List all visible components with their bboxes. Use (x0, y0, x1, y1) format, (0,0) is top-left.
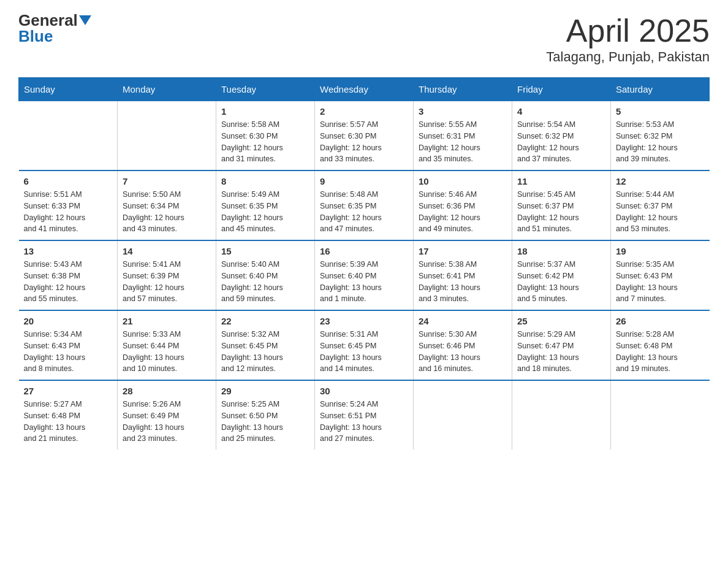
day-info: Sunrise: 5:28 AMSunset: 6:48 PMDaylight:… (616, 329, 705, 375)
day-number: 23 (320, 316, 408, 326)
day-number: 12 (616, 176, 705, 186)
calendar-cell: 3Sunrise: 5:55 AMSunset: 6:31 PMDaylight… (414, 101, 512, 171)
calendar-cell: 18Sunrise: 5:37 AMSunset: 6:42 PMDayligh… (512, 240, 611, 310)
calendar-cell: 14Sunrise: 5:41 AMSunset: 6:39 PMDayligh… (118, 240, 216, 310)
day-info: Sunrise: 5:45 AMSunset: 6:37 PMDaylight:… (517, 189, 605, 235)
calendar-cell (611, 380, 710, 450)
title-block: April 2025 Talagang, Punjab, Pakistan (546, 12, 710, 65)
header-wednesday: Wednesday (315, 78, 414, 101)
calendar-cell: 25Sunrise: 5:29 AMSunset: 6:47 PMDayligh… (512, 310, 611, 380)
day-number: 22 (221, 316, 309, 326)
logo-general-text: General (18, 12, 78, 28)
day-number: 16 (320, 246, 408, 256)
day-number: 2 (320, 106, 408, 117)
day-number: 14 (123, 246, 211, 256)
calendar-cell: 29Sunrise: 5:25 AMSunset: 6:50 PMDayligh… (216, 380, 315, 450)
calendar-cell: 6Sunrise: 5:51 AMSunset: 6:33 PMDaylight… (19, 170, 118, 240)
logo-blue-text: Blue (18, 27, 53, 46)
calendar-cell: 28Sunrise: 5:26 AMSunset: 6:49 PMDayligh… (118, 380, 216, 450)
calendar-subtitle: Talagang, Punjab, Pakistan (546, 49, 710, 65)
day-number: 26 (616, 316, 705, 326)
header-saturday: Saturday (611, 78, 710, 101)
day-number: 7 (123, 176, 211, 186)
day-number: 27 (24, 386, 113, 396)
day-info: Sunrise: 5:48 AMSunset: 6:35 PMDaylight:… (320, 189, 408, 235)
calendar-week-row: 1Sunrise: 5:58 AMSunset: 6:30 PMDaylight… (19, 101, 710, 171)
day-info: Sunrise: 5:54 AMSunset: 6:32 PMDaylight:… (517, 119, 605, 165)
calendar-week-row: 27Sunrise: 5:27 AMSunset: 6:48 PMDayligh… (19, 380, 710, 450)
day-number: 1 (221, 106, 309, 117)
calendar-title: April 2025 (546, 12, 710, 49)
calendar-cell: 20Sunrise: 5:34 AMSunset: 6:43 PMDayligh… (19, 310, 118, 380)
calendar-cell: 13Sunrise: 5:43 AMSunset: 6:38 PMDayligh… (19, 240, 118, 310)
day-number: 11 (517, 176, 605, 186)
calendar-cell: 22Sunrise: 5:32 AMSunset: 6:45 PMDayligh… (216, 310, 315, 380)
calendar-cell: 11Sunrise: 5:45 AMSunset: 6:37 PMDayligh… (512, 170, 611, 240)
day-info: Sunrise: 5:27 AMSunset: 6:48 PMDaylight:… (24, 399, 113, 445)
day-info: Sunrise: 5:50 AMSunset: 6:34 PMDaylight:… (123, 189, 211, 235)
calendar-cell: 24Sunrise: 5:30 AMSunset: 6:46 PMDayligh… (414, 310, 512, 380)
day-info: Sunrise: 5:31 AMSunset: 6:45 PMDaylight:… (320, 329, 408, 375)
day-info: Sunrise: 5:32 AMSunset: 6:45 PMDaylight:… (221, 329, 309, 375)
day-number: 8 (221, 176, 309, 186)
day-info: Sunrise: 5:39 AMSunset: 6:40 PMDaylight:… (320, 259, 408, 305)
day-info: Sunrise: 5:37 AMSunset: 6:42 PMDaylight:… (517, 259, 605, 305)
calendar-cell: 7Sunrise: 5:50 AMSunset: 6:34 PMDaylight… (118, 170, 216, 240)
day-number: 24 (419, 316, 507, 326)
logo: General Blue (18, 12, 91, 46)
day-info: Sunrise: 5:46 AMSunset: 6:36 PMDaylight:… (419, 189, 507, 235)
calendar-cell: 23Sunrise: 5:31 AMSunset: 6:45 PMDayligh… (315, 310, 414, 380)
day-info: Sunrise: 5:55 AMSunset: 6:31 PMDaylight:… (419, 119, 507, 165)
calendar-cell: 5Sunrise: 5:53 AMSunset: 6:32 PMDaylight… (611, 101, 710, 171)
day-number: 6 (24, 176, 113, 186)
calendar-cell: 17Sunrise: 5:38 AMSunset: 6:41 PMDayligh… (414, 240, 512, 310)
day-info: Sunrise: 5:49 AMSunset: 6:35 PMDaylight:… (221, 189, 309, 235)
calendar-cell: 10Sunrise: 5:46 AMSunset: 6:36 PMDayligh… (414, 170, 512, 240)
day-info: Sunrise: 5:24 AMSunset: 6:51 PMDaylight:… (320, 399, 408, 445)
day-info: Sunrise: 5:33 AMSunset: 6:44 PMDaylight:… (123, 329, 211, 375)
header-friday: Friday (512, 78, 611, 101)
calendar-cell (19, 101, 118, 171)
day-number: 5 (616, 106, 705, 117)
day-info: Sunrise: 5:58 AMSunset: 6:30 PMDaylight:… (221, 119, 309, 165)
day-number: 18 (517, 246, 605, 256)
day-info: Sunrise: 5:40 AMSunset: 6:40 PMDaylight:… (221, 259, 309, 305)
day-number: 10 (419, 176, 507, 186)
day-info: Sunrise: 5:38 AMSunset: 6:41 PMDaylight:… (419, 259, 507, 305)
calendar-header-row: SundayMondayTuesdayWednesdayThursdayFrid… (19, 78, 710, 101)
calendar-cell: 27Sunrise: 5:27 AMSunset: 6:48 PMDayligh… (19, 380, 118, 450)
day-info: Sunrise: 5:41 AMSunset: 6:39 PMDaylight:… (123, 259, 211, 305)
calendar-cell: 26Sunrise: 5:28 AMSunset: 6:48 PMDayligh… (611, 310, 710, 380)
calendar-week-row: 20Sunrise: 5:34 AMSunset: 6:43 PMDayligh… (19, 310, 710, 380)
calendar-table: SundayMondayTuesdayWednesdayThursdayFrid… (18, 77, 710, 450)
day-info: Sunrise: 5:29 AMSunset: 6:47 PMDaylight:… (517, 329, 605, 375)
day-info: Sunrise: 5:34 AMSunset: 6:43 PMDaylight:… (24, 329, 113, 375)
day-info: Sunrise: 5:26 AMSunset: 6:49 PMDaylight:… (123, 399, 211, 445)
day-number: 19 (616, 246, 705, 256)
calendar-cell (414, 380, 512, 450)
day-number: 3 (419, 106, 507, 117)
calendar-cell: 19Sunrise: 5:35 AMSunset: 6:43 PMDayligh… (611, 240, 710, 310)
calendar-cell (118, 101, 216, 171)
day-number: 9 (320, 176, 408, 186)
calendar-cell: 16Sunrise: 5:39 AMSunset: 6:40 PMDayligh… (315, 240, 414, 310)
day-info: Sunrise: 5:25 AMSunset: 6:50 PMDaylight:… (221, 399, 309, 445)
calendar-cell: 15Sunrise: 5:40 AMSunset: 6:40 PMDayligh… (216, 240, 315, 310)
calendar-week-row: 6Sunrise: 5:51 AMSunset: 6:33 PMDaylight… (19, 170, 710, 240)
logo-triangle-icon (79, 15, 91, 25)
header-sunday: Sunday (19, 78, 118, 101)
calendar-week-row: 13Sunrise: 5:43 AMSunset: 6:38 PMDayligh… (19, 240, 710, 310)
calendar-cell: 1Sunrise: 5:58 AMSunset: 6:30 PMDaylight… (216, 101, 315, 171)
day-number: 29 (221, 386, 309, 396)
calendar-cell: 9Sunrise: 5:48 AMSunset: 6:35 PMDaylight… (315, 170, 414, 240)
header-tuesday: Tuesday (216, 78, 315, 101)
day-number: 15 (221, 246, 309, 256)
day-info: Sunrise: 5:30 AMSunset: 6:46 PMDaylight:… (419, 329, 507, 375)
page-header: General Blue April 2025 Talagang, Punjab… (18, 12, 710, 65)
day-number: 17 (419, 246, 507, 256)
day-number: 28 (123, 386, 211, 396)
calendar-cell: 4Sunrise: 5:54 AMSunset: 6:32 PMDaylight… (512, 101, 611, 171)
calendar-cell: 21Sunrise: 5:33 AMSunset: 6:44 PMDayligh… (118, 310, 216, 380)
header-monday: Monday (118, 78, 216, 101)
day-info: Sunrise: 5:43 AMSunset: 6:38 PMDaylight:… (24, 259, 113, 305)
